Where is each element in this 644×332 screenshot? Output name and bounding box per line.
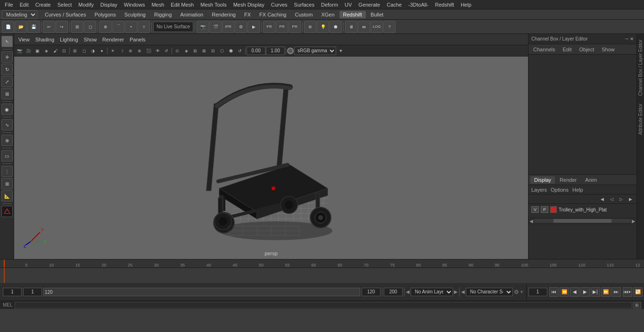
vp-anim-icon[interactable]: ⊠: [200, 47, 208, 55]
vp-res-icon[interactable]: ⬡: [218, 47, 226, 55]
vp-shade2-icon[interactable]: ●: [98, 47, 106, 55]
vp-subdiv-icon[interactable]: ↺: [236, 47, 244, 55]
ipr-icon[interactable]: IPR: [222, 21, 234, 33]
frame-end-1-input[interactable]: [362, 288, 380, 296]
char-set-settings-icon[interactable]: ⚙: [514, 289, 519, 295]
tab-curves-surfaces[interactable]: Curves / Surfaces: [41, 11, 90, 18]
vp-obj-icon[interactable]: ◈: [42, 47, 50, 55]
edge-tab-attribute-editor[interactable]: Attribute Editor: [637, 100, 644, 138]
rs-log-icon[interactable]: LOG: [371, 21, 383, 33]
anim-layer-arrow-left[interactable]: ◀: [406, 289, 410, 294]
render-icon[interactable]: 🎬: [209, 21, 222, 33]
char-set-arrow-left[interactable]: ◀: [461, 289, 465, 294]
vp-comp-icon[interactable]: ⊞: [191, 47, 199, 55]
tab-polygons[interactable]: Polygons: [91, 11, 119, 18]
rs-help-icon[interactable]: ?: [383, 21, 396, 33]
channel-box-minimize[interactable]: ─: [625, 36, 628, 41]
tab-redshift[interactable]: Redshift: [339, 11, 366, 18]
vp-menu-renderer[interactable]: Renderer: [100, 36, 126, 43]
menu-curves[interactable]: Curves: [268, 1, 290, 8]
menu-help[interactable]: Help: [458, 1, 474, 8]
timeline-slider[interactable]: 120: [43, 288, 360, 296]
vp-hud-icon[interactable]: ⊟: [209, 47, 217, 55]
pr-icon-2[interactable]: PR: [276, 21, 288, 33]
snap-curve-icon[interactable]: ⌒: [112, 21, 124, 33]
rotate-tool[interactable]: ↻: [1, 64, 13, 75]
measure-tool[interactable]: 📐: [1, 190, 13, 202]
anim-layer-arrow-right[interactable]: ▶: [454, 289, 458, 294]
vp-multilight-icon[interactable]: ⊕: [135, 47, 144, 55]
tab-animation[interactable]: Animation: [176, 11, 207, 18]
transport-next-frame[interactable]: ▶|: [591, 287, 600, 297]
render-seq-icon[interactable]: ▶: [248, 21, 260, 33]
region-select-tool[interactable]: ▭: [1, 150, 13, 162]
scale-tool[interactable]: ⤢: [1, 76, 13, 87]
vp-color-space-select[interactable]: sRGB gamma: [294, 47, 336, 55]
modeling-dropdown[interactable]: Modeling: [2, 10, 37, 19]
menu-edit[interactable]: Edit: [17, 1, 32, 8]
3d-viewport[interactable]: Y X Z persp: [14, 57, 528, 259]
le-arrow-back-icon[interactable]: ◀: [598, 195, 606, 203]
snap-grid-icon[interactable]: ⊕: [99, 21, 112, 33]
vp-filmgate-icon[interactable]: ▣: [33, 47, 41, 55]
rs-render-view-icon[interactable]: 🖥: [345, 21, 357, 33]
grid-tool[interactable]: ⊞: [1, 178, 13, 189]
pr-icon-3[interactable]: PR: [289, 21, 301, 33]
tab-fx-caching[interactable]: FX Caching: [256, 11, 290, 18]
soft-select-tool[interactable]: ◉: [1, 104, 13, 115]
layer-playback-toggle[interactable]: P: [541, 206, 548, 213]
transport-next-key[interactable]: ⏩: [601, 287, 611, 297]
vp-paint-icon[interactable]: 🖌: [51, 47, 59, 55]
timeline-track[interactable]: [0, 268, 644, 283]
vp-xray-icon[interactable]: ⊡: [60, 47, 68, 55]
command-input[interactable]: [15, 302, 632, 308]
tab-xgen[interactable]: XGen: [317, 11, 338, 18]
tab-bullet[interactable]: Bullet: [367, 11, 388, 18]
lasso-icon[interactable]: ◻: [84, 21, 96, 33]
le-tab-display[interactable]: Display: [530, 176, 555, 184]
frame-end-2-input[interactable]: [384, 288, 403, 296]
rs-light-icon[interactable]: 💡: [317, 21, 329, 33]
layer-scroll-right[interactable]: ▶: [632, 219, 636, 224]
render-settings-icon[interactable]: ⚙: [235, 21, 247, 33]
vp-texture-icon[interactable]: ⬛: [144, 47, 153, 55]
menu-windows[interactable]: Windows: [121, 1, 148, 8]
vp-menu-lighting[interactable]: Lighting: [58, 36, 81, 43]
vp-show-icon[interactable]: 👁: [153, 47, 162, 55]
menu-mesh[interactable]: Mesh: [149, 1, 167, 8]
le-tab-anim[interactable]: Anim: [581, 176, 601, 184]
frame-current-input[interactable]: [23, 288, 42, 296]
timeline-ruler[interactable]: 5 10 15 20 25 30 35 40 45 50 55 60 65 70…: [0, 259, 644, 268]
select-icon[interactable]: ⊞: [71, 21, 83, 33]
vp-menu-show[interactable]: Show: [82, 36, 99, 43]
tab-rendering[interactable]: Rendering: [208, 11, 239, 18]
edge-tab-channel-box[interactable]: Channel Box / Layer Editor: [637, 36, 644, 100]
menu-file[interactable]: File: [2, 1, 16, 8]
tab-custom[interactable]: Custom: [291, 11, 317, 18]
le-menu-options[interactable]: Options: [551, 187, 569, 193]
script-editor-icon[interactable]: ⊞: [633, 302, 641, 308]
no-character-set-select[interactable]: No Character Set: [466, 288, 513, 296]
snap-surface-icon[interactable]: ▿: [138, 21, 150, 33]
frame-start-input[interactable]: [3, 288, 22, 296]
vp-pos-y-input[interactable]: [266, 47, 285, 55]
cb-tab-edit[interactable]: Edit: [561, 46, 573, 53]
vp-refresh-icon[interactable]: ↺: [162, 47, 171, 55]
channel-box-close[interactable]: ✕: [630, 36, 634, 41]
transport-play-fwd[interactable]: ▶: [580, 287, 590, 297]
vp-color-arrow-icon[interactable]: ▼: [337, 47, 345, 55]
vp-grid-icon[interactable]: ⊞: [71, 47, 79, 55]
menu-generate[interactable]: Generate: [355, 1, 383, 8]
snap-point-icon[interactable]: •: [125, 21, 137, 33]
redo-icon[interactable]: ↪: [56, 21, 68, 33]
le-menu-layers[interactable]: Layers: [531, 187, 547, 193]
menu-cache[interactable]: Cache: [384, 1, 405, 8]
menu-display[interactable]: Display: [98, 1, 120, 8]
rs-material-icon[interactable]: ⬟: [330, 21, 342, 33]
le-arrow-back2-icon[interactable]: ◁: [607, 195, 616, 203]
le-arrow-fwd-icon[interactable]: ▷: [617, 195, 625, 203]
vp-ambient-icon[interactable]: ⊛: [126, 47, 135, 55]
vp-deform-icon[interactable]: ⬢: [227, 47, 235, 55]
char-set-plus-icon[interactable]: +: [520, 289, 523, 295]
le-arrow-fwd2-icon[interactable]: ▶: [626, 195, 635, 203]
